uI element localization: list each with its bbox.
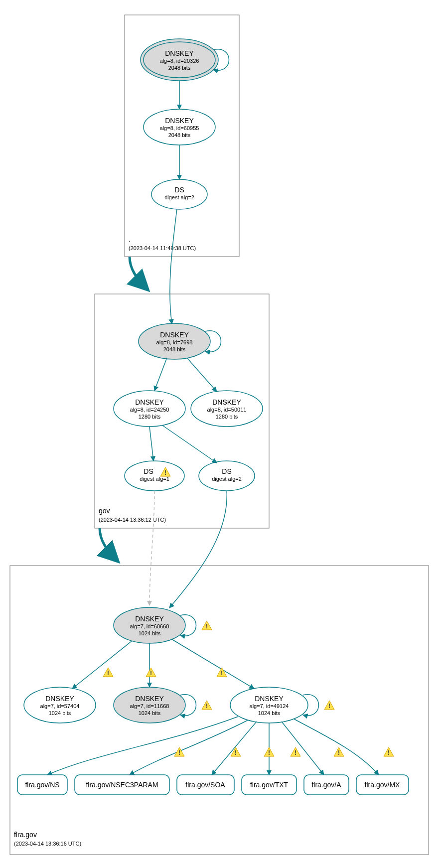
svg-text:DNSKEY: DNSKEY bbox=[135, 398, 164, 406]
svg-text:alg=8, id=50011: alg=8, id=50011 bbox=[207, 407, 247, 413]
svg-text:flra.gov/A: flra.gov/A bbox=[311, 781, 341, 789]
node-flra-ksk: DNSKEY alg=7, id=60660 1024 bits bbox=[114, 607, 185, 643]
node-gov-zsk1: DNSKEY alg=8, id=24250 1280 bits bbox=[114, 391, 185, 427]
svg-text:!: ! bbox=[221, 670, 223, 677]
node-root-ds: DS digest alg=2 bbox=[151, 179, 207, 209]
svg-text:DNSKEY: DNSKEY bbox=[255, 695, 284, 703]
svg-text:2048 bits: 2048 bits bbox=[168, 132, 191, 138]
node-root-ksk: DNSKEY alg=8, id=20326 2048 bits bbox=[141, 39, 218, 81]
svg-text:!: ! bbox=[206, 623, 208, 630]
warning-icon: ! bbox=[103, 668, 113, 677]
zone-root-ts: (2023-04-14 11:49:38 UTC) bbox=[129, 245, 196, 251]
edge-k3-soa bbox=[212, 722, 257, 775]
svg-text:DNSKEY: DNSKEY bbox=[135, 695, 164, 703]
edge-k3-a bbox=[282, 722, 324, 775]
node-gov-ksk: DNSKEY alg=8, id=7698 2048 bits bbox=[139, 323, 210, 359]
warning-icon: ! bbox=[217, 668, 227, 677]
warning-icon: ! bbox=[334, 747, 344, 756]
warning-icon: ! bbox=[324, 701, 334, 710]
node-gov-ds1: DS digest alg=1 bbox=[125, 461, 184, 491]
warning-icon: ! bbox=[384, 747, 394, 756]
svg-text:digest alg=2: digest alg=2 bbox=[212, 476, 242, 482]
node-flra-k3: DNSKEY alg=7, id=49124 1024 bits bbox=[230, 687, 308, 723]
svg-text:DNSKEY: DNSKEY bbox=[165, 117, 194, 125]
rrset-txt: flra.gov/TXT bbox=[242, 775, 296, 795]
svg-text:flra.gov/NSEC3PARAM: flra.gov/NSEC3PARAM bbox=[86, 781, 158, 789]
svg-text:DS: DS bbox=[222, 467, 231, 475]
edge-zone-gov-flra bbox=[100, 528, 117, 561]
svg-text:alg=8, id=60955: alg=8, id=60955 bbox=[160, 125, 199, 131]
edge-gov-zsk1-ds1 bbox=[149, 427, 153, 461]
svg-text:DNSKEY: DNSKEY bbox=[212, 398, 241, 406]
svg-text:DNSKEY: DNSKEY bbox=[45, 695, 74, 703]
warning-icon: ! bbox=[146, 668, 156, 677]
edge-root-ds-gov-ksk bbox=[170, 209, 177, 324]
node-gov-ds2: DS digest alg=2 bbox=[199, 461, 255, 491]
svg-text:1024 bits: 1024 bits bbox=[139, 710, 161, 716]
svg-text:DNSKEY: DNSKEY bbox=[135, 615, 164, 623]
dnssec-graph: . (2023-04-14 11:49:38 UTC) DNSKEY alg=8… bbox=[0, 0, 439, 868]
svg-text:DNSKEY: DNSKEY bbox=[165, 49, 194, 57]
edge-gov-ksk-zsk2 bbox=[187, 358, 217, 392]
zone-root: . (2023-04-14 11:49:38 UTC) DNSKEY alg=8… bbox=[125, 15, 239, 257]
edge-k3-mx bbox=[294, 719, 379, 775]
warning-icon: ! bbox=[174, 747, 184, 756]
edge-gov-ds1-flra-ksk bbox=[149, 491, 154, 605]
rrset-soa: flra.gov/SOA bbox=[177, 775, 234, 795]
zone-gov-label: gov bbox=[99, 507, 110, 515]
svg-text:!: ! bbox=[338, 749, 340, 756]
edge-gov-ds2-flra-ksk bbox=[169, 491, 227, 608]
edge-flra-ksk-k3 bbox=[172, 639, 254, 689]
svg-text:1024 bits: 1024 bits bbox=[139, 630, 161, 636]
warning-icon: ! bbox=[202, 701, 212, 710]
svg-text:!: ! bbox=[268, 749, 270, 756]
svg-text:!: ! bbox=[294, 749, 296, 756]
svg-text:alg=7, id=11668: alg=7, id=11668 bbox=[130, 703, 169, 709]
svg-text:alg=7, id=57404: alg=7, id=57404 bbox=[40, 703, 80, 709]
rrset-a: flra.gov/A bbox=[304, 775, 349, 795]
node-flra-k2: DNSKEY alg=7, id=11668 1024 bits bbox=[114, 687, 185, 723]
node-flra-k1: DNSKEY alg=7, id=57404 1024 bits bbox=[24, 687, 96, 723]
rrset-nsec3: flra.gov/NSEC3PARAM bbox=[75, 775, 169, 795]
edge-k3-ns bbox=[47, 717, 238, 775]
svg-text:alg=7, id=49124: alg=7, id=49124 bbox=[250, 703, 289, 709]
svg-text:2048 bits: 2048 bits bbox=[163, 346, 186, 352]
zone-gov-ts: (2023-04-14 13:36:12 UTC) bbox=[99, 517, 166, 523]
svg-text:!: ! bbox=[164, 469, 166, 476]
svg-text:!: ! bbox=[107, 670, 109, 677]
svg-text:!: ! bbox=[328, 703, 330, 710]
svg-text:alg=8, id=24250: alg=8, id=24250 bbox=[130, 407, 169, 413]
svg-text:flra.gov/MX: flra.gov/MX bbox=[365, 781, 400, 789]
zone-flra-label: flra.gov bbox=[14, 831, 37, 839]
warning-icon: ! bbox=[202, 621, 212, 630]
svg-text:!: ! bbox=[178, 749, 180, 756]
svg-text:DS: DS bbox=[144, 467, 153, 475]
svg-text:!: ! bbox=[150, 670, 152, 677]
svg-text:!: ! bbox=[235, 749, 237, 756]
svg-text:alg=8, id=7698: alg=8, id=7698 bbox=[156, 339, 193, 345]
svg-text:digest alg=2: digest alg=2 bbox=[164, 194, 194, 200]
rrset-ns: flra.gov/NS bbox=[17, 775, 67, 795]
svg-text:1280 bits: 1280 bits bbox=[139, 414, 161, 420]
svg-text:flra.gov/NS: flra.gov/NS bbox=[25, 781, 59, 789]
svg-text:alg=7, id=60660: alg=7, id=60660 bbox=[130, 623, 169, 629]
edge-gov-ksk-zsk1 bbox=[154, 358, 167, 391]
edge-flra-ksk-k1 bbox=[72, 641, 132, 689]
warning-icon: ! bbox=[231, 747, 241, 756]
svg-text:flra.gov/SOA: flra.gov/SOA bbox=[185, 781, 225, 789]
zone-flra: flra.gov (2023-04-14 13:36:16 UTC) DNSKE… bbox=[10, 566, 429, 855]
svg-text:alg=8, id=20326: alg=8, id=20326 bbox=[160, 58, 199, 64]
node-root-zsk: DNSKEY alg=8, id=60955 2048 bits bbox=[144, 109, 215, 145]
warning-icon: ! bbox=[291, 747, 300, 756]
svg-text:flra.gov/TXT: flra.gov/TXT bbox=[250, 781, 289, 789]
zone-flra-ts: (2023-04-14 13:36:16 UTC) bbox=[14, 841, 81, 847]
svg-text:!: ! bbox=[206, 703, 208, 710]
svg-text:!: ! bbox=[388, 749, 390, 756]
svg-text:1280 bits: 1280 bits bbox=[216, 414, 238, 420]
edge-k3-nsec3 bbox=[130, 720, 248, 775]
svg-text:2048 bits: 2048 bits bbox=[168, 65, 191, 71]
zone-root-label: . bbox=[129, 235, 131, 243]
edge-gov-zsk1-ds2 bbox=[162, 425, 217, 463]
svg-text:digest alg=1: digest alg=1 bbox=[140, 476, 169, 482]
zone-gov: gov (2023-04-14 13:36:12 UTC) DNSKEY alg… bbox=[95, 294, 269, 528]
